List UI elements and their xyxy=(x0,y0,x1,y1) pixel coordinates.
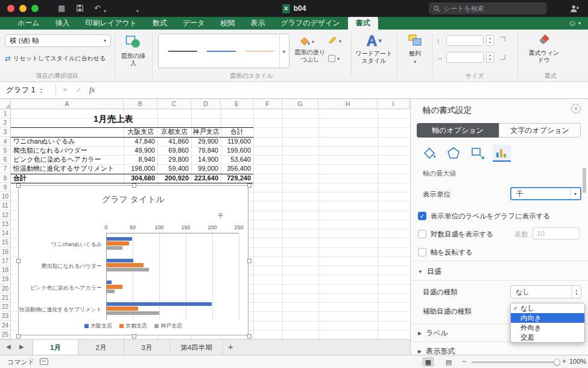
zoom-out-icon[interactable]: − xyxy=(462,357,466,366)
selection-handle[interactable] xyxy=(132,334,136,338)
ribbon-tab-グラフのデザイン[interactable]: グラフのデザイン xyxy=(273,17,348,30)
section-ticks[interactable]: ▼ 目盛 xyxy=(418,267,441,277)
name-box-stepper-icon[interactable]: ▴▾ xyxy=(40,87,42,94)
save-icon[interactable] xyxy=(76,4,84,14)
selection-handle[interactable] xyxy=(16,334,21,338)
feedback-smiley-icon[interactable]: ☺▾ xyxy=(568,18,581,28)
zoom-slider-thumb[interactable] xyxy=(554,359,560,366)
zoom-window-button[interactable] xyxy=(31,5,39,12)
reverse-axis-row[interactable]: 軸を反転する xyxy=(418,247,581,257)
menu-item-交差[interactable]: 交差 xyxy=(511,332,584,342)
insert-shapes-button[interactable]: 図形の挿入 xyxy=(116,34,151,67)
ribbon-tab-表示[interactable]: 表示 xyxy=(243,17,273,30)
size-properties-icon[interactable] xyxy=(469,145,487,162)
row-header-11[interactable]: 11 xyxy=(0,201,11,210)
column-header-D[interactable]: D xyxy=(191,99,221,109)
row-header-1[interactable]: 1 xyxy=(0,109,11,118)
name-box[interactable]: グラフ 1 ▴▾ xyxy=(0,82,55,98)
ribbon-tab-書式[interactable]: 書式 xyxy=(348,17,378,30)
shape-fill-button[interactable]: ▾ xyxy=(299,36,314,48)
insert-function-button[interactable]: fx xyxy=(89,85,95,95)
axis-unit-label[interactable]: 千 xyxy=(218,212,224,220)
width-stepper[interactable]: ▴▾ xyxy=(486,52,494,63)
line-style-swatch[interactable] xyxy=(245,51,274,52)
selection-handle[interactable] xyxy=(16,183,21,188)
select-all-corner[interactable] xyxy=(0,99,11,109)
row-header-2[interactable]: 2 xyxy=(0,118,11,127)
sheet-tab-1月[interactable]: 1月 xyxy=(33,340,78,355)
sheet-tab-2月[interactable]: 2月 xyxy=(78,340,124,355)
shape-style-gallery[interactable]: ▸ xyxy=(158,34,289,68)
shape-width-input[interactable] xyxy=(446,52,484,63)
next-sheet-icon[interactable]: ▶ xyxy=(19,343,24,350)
display-units-dropdown[interactable]: 千 ▾ xyxy=(510,187,581,200)
pane-close-icon[interactable]: × xyxy=(571,104,581,113)
row-header-3[interactable]: 3 xyxy=(0,127,11,136)
row-header-25[interactable]: 25 xyxy=(0,330,11,339)
ribbon-tab-ホーム[interactable]: ホーム xyxy=(10,17,48,30)
wordart-styles-button[interactable]: A▾ ワードアートスタイル xyxy=(353,34,394,65)
column-header-B[interactable]: B xyxy=(124,99,157,109)
column-header-A[interactable]: A xyxy=(11,99,124,109)
row-header-21[interactable]: 21 xyxy=(0,293,11,302)
search-input[interactable]: シートを検索 xyxy=(429,2,547,14)
row-header-12[interactable]: 12 xyxy=(0,211,11,220)
gallery-expand-icon[interactable]: ▸ xyxy=(279,34,289,68)
column-header-I[interactable]: I xyxy=(378,99,409,109)
row-header-22[interactable]: 22 xyxy=(0,302,11,311)
shape-effects-button[interactable]: ▾ xyxy=(328,55,340,62)
zoom-slider[interactable] xyxy=(472,361,560,363)
ribbon-tab-印刷レイアウト[interactable]: 印刷レイアウト xyxy=(78,17,145,30)
tab-text-options[interactable]: 文字のオプション xyxy=(499,123,581,138)
checkbox-unchecked-icon[interactable] xyxy=(418,248,426,256)
zoom-in-icon[interactable]: + xyxy=(562,357,566,366)
line-style-swatch[interactable] xyxy=(168,51,197,52)
reset-to-match-style-button[interactable]: ⇄ リセットしてスタイルに合わせる xyxy=(5,52,112,65)
row-header-19[interactable]: 19 xyxy=(0,274,11,284)
selection-handle[interactable] xyxy=(247,183,251,188)
arrange-button[interactable]: 整列 ▾ xyxy=(399,34,431,65)
row-header-10[interactable]: 10 xyxy=(0,192,11,201)
normal-view-button[interactable]: ▦ xyxy=(422,357,434,367)
row-header-6[interactable]: 6 xyxy=(0,155,11,164)
show-units-label-row[interactable]: ✓ 表示単位のラベルをグラフに表示する xyxy=(418,211,581,221)
selection-handle[interactable] xyxy=(16,259,21,263)
fill-line-bucket-icon[interactable] xyxy=(420,145,438,162)
format-pane-button[interactable]: 書式ウィンドウ xyxy=(525,34,563,64)
shape-outline-button[interactable]: ▾ xyxy=(328,36,341,46)
tab-axis-options[interactable]: 軸のオプション xyxy=(417,123,499,138)
selection-handle[interactable] xyxy=(247,334,251,338)
menu-item-外向き[interactable]: 外向き xyxy=(511,323,584,332)
effects-pentagon-icon[interactable] xyxy=(444,145,463,162)
chart-object[interactable]: グラフ タイトル 千 050100150200250ワニchanぬいぐるみ爬虫類… xyxy=(18,185,248,335)
row-header-18[interactable]: 18 xyxy=(0,265,11,274)
sheet-tab-第4四半期[interactable]: 第4四半期 xyxy=(170,340,223,355)
row-header-7[interactable]: 7 xyxy=(0,164,11,173)
minimize-window-button[interactable] xyxy=(19,5,27,12)
checkbox-checked-icon[interactable]: ✓ xyxy=(418,212,426,220)
pane-scrollbar[interactable] xyxy=(583,168,586,193)
chart-title[interactable]: グラフ タイトル xyxy=(19,194,248,205)
share-person-add-icon[interactable] xyxy=(570,4,580,14)
ribbon-tab-校閲[interactable]: 校閲 xyxy=(213,17,243,30)
keyboard-icon[interactable] xyxy=(40,358,48,365)
add-sheet-button[interactable]: + xyxy=(228,341,233,352)
checkbox-unchecked-icon[interactable] xyxy=(418,230,426,238)
column-header-C[interactable]: C xyxy=(157,99,191,109)
column-header-G[interactable]: G xyxy=(282,99,318,109)
row-header-23[interactable]: 23 xyxy=(0,311,11,320)
menu-item-なし[interactable]: ✓なし xyxy=(511,303,584,313)
undo-caret-icon[interactable]: ▾ xyxy=(104,7,106,16)
row-header-15[interactable]: 15 xyxy=(0,238,11,247)
row-header-4[interactable]: 4 xyxy=(0,137,11,146)
ribbon-tab-挿入[interactable]: 挿入 xyxy=(48,17,78,30)
undo-icon[interactable]: ↶ xyxy=(94,4,101,13)
height-stepper[interactable]: ▴▾ xyxy=(486,35,494,46)
close-window-button[interactable] xyxy=(7,5,14,12)
section-labels[interactable]: ▶ ラベル xyxy=(418,328,448,338)
app-grid-icon[interactable]: ▦ xyxy=(58,4,65,13)
major-tick-dropdown[interactable]: なし ▴▾ xyxy=(510,285,581,299)
row-header-14[interactable]: 14 xyxy=(0,229,11,238)
column-header-F[interactable]: F xyxy=(253,99,282,109)
axis-options-chart-icon[interactable] xyxy=(493,145,511,162)
